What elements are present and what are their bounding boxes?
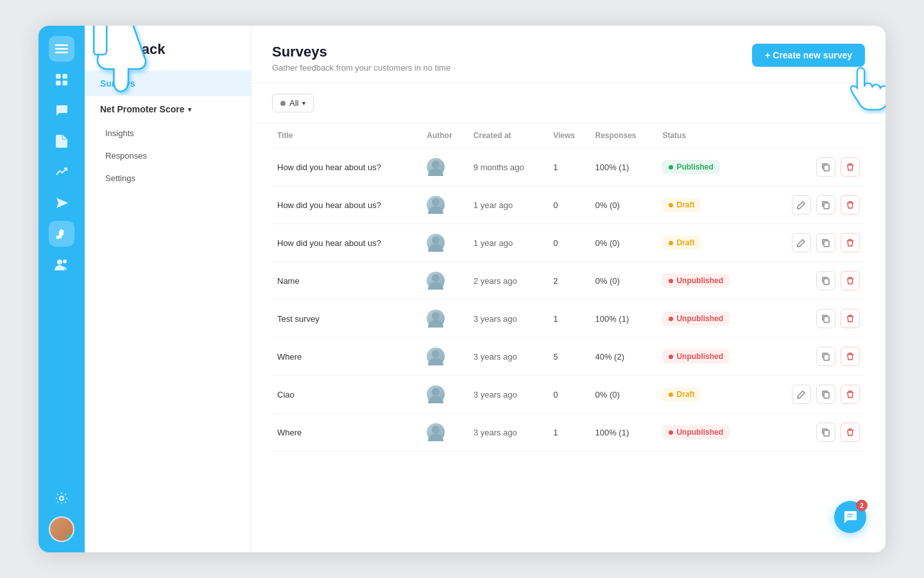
status-dot [669,430,673,435]
cell-author [422,376,468,414]
cell-created-at: 2 years ago [468,262,548,300]
sidebar-icon-users[interactable] [49,252,74,277]
status-dot [669,203,673,207]
status-dot [669,241,673,245]
nav-responses[interactable]: Responses [85,144,251,167]
delete-button[interactable] [841,157,860,177]
app-container: Feedback Surveys Net Promoter Score ▾ In… [38,26,886,552]
status-badge: Draft [662,236,701,250]
cell-title: How did you hear about us? [272,186,422,224]
status-dot [669,392,673,397]
cell-status: Unpublished [657,262,758,300]
sidebar-icon-analytics[interactable] [49,159,74,185]
copy-button[interactable] [816,271,835,290]
filter-dropdown[interactable]: All ▾ [272,94,314,112]
delete-button[interactable] [841,347,860,366]
cell-title: Where [272,414,422,451]
table-row[interactable]: Ciao3 years ago00% (0)Draft [272,376,865,414]
svg-rect-7 [63,81,68,86]
nav-insights[interactable]: Insights [85,122,251,144]
table-row[interactable]: Where3 years ago1100% (1)Unpublished [272,414,865,451]
col-title: Title [272,123,422,148]
edit-button[interactable] [792,385,811,404]
status-badge: Unpublished [662,311,730,326]
chat-bubble-button[interactable]: 2 [834,501,866,533]
status-badge: Unpublished [662,274,730,288]
cell-created-at: 1 year ago [468,186,548,224]
actions-cell [764,347,860,366]
copy-button[interactable] [816,157,835,177]
col-actions [759,123,865,148]
table-row[interactable]: Name2 years ago20% (0)Unpublished [272,262,865,300]
copy-button[interactable] [816,347,835,366]
delete-button[interactable] [841,233,860,252]
main-header: Surveys Gather feedback from your custom… [252,26,886,83]
panel-title: Feedback [85,41,251,71]
cell-responses: 0% (0) [590,186,657,224]
svg-point-21 [432,312,440,320]
col-author: Author [422,123,468,148]
cell-status: Draft [657,224,758,262]
nav-settings[interactable]: Settings [85,167,251,189]
table-row[interactable]: Where3 years ago540% (2)Unpublished [272,338,865,376]
cell-status: Published [657,148,758,186]
table-row[interactable]: How did you hear about us?1 year ago00% … [272,186,865,224]
svg-point-23 [432,350,440,358]
edit-button[interactable] [792,233,811,252]
delete-button[interactable] [841,309,860,328]
sidebar-icon-menu[interactable] [49,36,74,62]
copy-button[interactable] [816,233,835,252]
table-body: How did you hear about us?9 months ago11… [272,148,865,451]
cell-responses: 0% (0) [590,376,657,414]
sidebar-icon-document[interactable] [49,128,74,154]
status-dot [669,317,673,321]
surveys-table-container: Title Author Created at Views Responses … [252,123,886,552]
author-avatar [427,272,445,290]
cell-views: 1 [548,300,590,338]
cell-views: 0 [548,186,590,224]
nav-nps-section[interactable]: Net Promoter Score ▾ [85,96,251,122]
svg-rect-26 [824,392,829,398]
status-badge: Unpublished [662,425,730,439]
cell-views: 2 [548,262,590,300]
svg-rect-14 [824,165,829,171]
table-row[interactable]: How did you hear about us?9 months ago11… [272,148,865,186]
sidebar-icon-settings[interactable] [49,486,74,511]
online-indicator [67,534,73,541]
sidebar-icon-thumbsup[interactable] [49,221,74,247]
table-row[interactable]: Test survey3 years ago1100% (1)Unpublish… [272,300,865,338]
delete-button[interactable] [841,423,860,442]
cell-created-at: 9 months ago [468,148,548,186]
delete-button[interactable] [841,195,860,215]
actions-cell [764,233,860,252]
main-content: Surveys Gather feedback from your custom… [252,26,886,552]
cell-created-at: 3 years ago [468,376,548,414]
svg-rect-22 [824,317,829,322]
sidebar-icon-send[interactable] [49,190,74,216]
author-avatar [427,310,445,328]
copy-button[interactable] [816,195,835,215]
svg-rect-20 [824,279,829,285]
col-status: Status [657,123,758,148]
copy-button[interactable] [816,309,835,328]
delete-button[interactable] [841,385,860,404]
sidebar-icon-grid[interactable] [49,67,74,92]
delete-button[interactable] [841,271,860,290]
user-avatar[interactable] [49,516,74,542]
copy-button[interactable] [816,385,835,404]
svg-point-27 [432,426,440,434]
edit-button[interactable] [792,195,811,215]
cell-title: Test survey [272,300,422,338]
cell-views: 1 [548,414,590,451]
sidebar-icon-chat[interactable] [49,98,74,123]
cell-responses: 100% (1) [590,148,657,186]
copy-button[interactable] [816,423,835,442]
cell-title: Ciao [272,376,422,414]
svg-rect-5 [63,74,68,79]
cell-actions [759,262,865,300]
table-row[interactable]: How did you hear about us?1 year ago00% … [272,224,865,262]
chat-badge: 2 [856,500,868,511]
create-survey-button[interactable]: + Create new survey [752,44,865,67]
nav-surveys[interactable]: Surveys [85,71,251,96]
cell-views: 1 [548,148,590,186]
